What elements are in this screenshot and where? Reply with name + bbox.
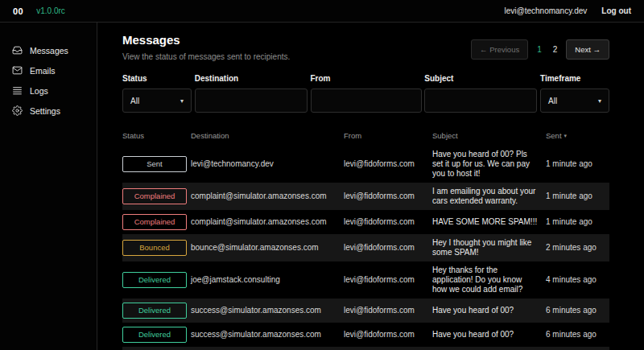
sent-cell: 1 minute ago: [546, 159, 609, 169]
destination-filter-label: Destination: [195, 74, 308, 83]
column-header-subject: Subject: [432, 131, 546, 140]
subject-cell: Hey thanks for the application! Do you k…: [432, 266, 546, 294]
table-header: Status Destination From Subject Sent ▾: [122, 126, 609, 146]
status-badge: Complained: [122, 214, 187, 230]
sidebar-item-emails[interactable]: Emails: [0, 60, 97, 80]
subject-cell: I am emailing you about your cars extend…: [432, 187, 546, 206]
previous-button[interactable]: ← Previous: [471, 39, 528, 60]
timeframe-filter-value: All: [548, 97, 557, 105]
from-cell: levi@fidoforms.com: [344, 306, 432, 315]
from-cell: levi@fidoforms.com: [344, 191, 432, 201]
status-filter-value: All: [130, 97, 139, 105]
page-number-2[interactable]: 2: [551, 45, 560, 54]
sidebar: Messages Emails Logs Settings: [0, 23, 97, 350]
user-email: levi@technomancy.dev: [505, 6, 588, 15]
topbar-right: levi@technomancy.dev Log out: [505, 6, 631, 15]
messages-table: Status Destination From Subject Sent ▾ S…: [122, 126, 609, 350]
topbar: 00 v1.0.0rc levi@technomancy.dev Log out: [0, 0, 644, 23]
subject-cell: Have you heard of 00?: [432, 330, 546, 340]
sidebar-item-settings[interactable]: Settings: [0, 101, 97, 121]
status-badge: Bounced: [122, 240, 187, 256]
table-row[interactable]: Delivered joe@jamstack.consulting levi@f…: [122, 261, 609, 299]
destination-cell: bounce@simulator.amazonses.com: [191, 243, 344, 253]
subject-cell: Have you heard of 00?: [432, 306, 546, 315]
from-cell: levi@fidoforms.com: [344, 330, 432, 340]
subject-filter-input[interactable]: [424, 89, 537, 113]
main-content: Messages View the status of messages sen…: [97, 23, 644, 350]
logout-link[interactable]: Log out: [601, 6, 631, 15]
status-badge: Sent: [122, 156, 187, 172]
destination-cell: success@simulator.amazonses.com: [191, 330, 344, 340]
destination-cell: complaint@simulator.amazonses.com: [191, 191, 344, 201]
sort-down-icon: ▾: [564, 133, 568, 139]
sidebar-item-label: Logs: [30, 86, 48, 96]
inbox-icon: [12, 45, 23, 56]
sent-cell: 1 minute ago: [546, 191, 609, 201]
table-row[interactable]: Delivered success@simulator.amazonses.co…: [122, 299, 609, 323]
page-title: Messages: [122, 33, 290, 47]
table-row[interactable]: Sent levi@technomancy.dev levi@fidoforms…: [122, 146, 609, 183]
table-row[interactable]: Delivered success@simulator.amazonses.co…: [122, 347, 609, 350]
destination-filter-input[interactable]: [195, 89, 308, 113]
chevron-down-icon: ▾: [598, 97, 601, 105]
page-subtitle: View the status of messages sent to reci…: [122, 52, 290, 61]
status-badge: Delivered: [122, 327, 187, 343]
next-button[interactable]: Next →: [566, 39, 609, 60]
pagination: ← Previous 1 2 Next →: [471, 39, 609, 60]
from-cell: levi@fidoforms.com: [344, 159, 432, 169]
subject-cell: HAVE SOME MORE SPAM!!!: [432, 217, 546, 227]
page-number-1[interactable]: 1: [535, 45, 544, 54]
destination-cell: levi@technomancy.dev: [191, 159, 344, 169]
table-row[interactable]: Complained complaint@simulator.amazonses…: [122, 183, 609, 210]
envelope-icon: [12, 65, 23, 76]
table-body: Sent levi@technomancy.dev levi@fidoforms…: [122, 146, 609, 350]
chevron-down-icon: ▾: [180, 97, 184, 105]
column-header-status: Status: [122, 131, 191, 140]
sent-cell: 6 minutes ago: [546, 330, 609, 340]
from-cell: levi@fidoforms.com: [344, 275, 432, 285]
filters-bar: Status All ▾ Destination From Subject: [122, 74, 609, 113]
sidebar-item-label: Settings: [30, 106, 60, 116]
column-header-destination: Destination: [191, 131, 344, 140]
sidebar-item-label: Messages: [30, 46, 68, 56]
sent-cell: 2 minutes ago: [546, 243, 609, 253]
status-badge: Complained: [122, 188, 187, 204]
status-badge: Delivered: [122, 272, 187, 288]
app-logo[interactable]: 00: [13, 6, 23, 16]
sent-cell: 1 minute ago: [546, 217, 609, 227]
sent-header-label: Sent: [546, 131, 562, 140]
sent-cell: 4 minutes ago: [546, 275, 609, 285]
timeframe-filter-select[interactable]: All ▾: [540, 89, 609, 113]
status-filter-select[interactable]: All ▾: [122, 89, 192, 113]
from-filter-input[interactable]: [311, 89, 422, 113]
sidebar-item-label: Emails: [30, 66, 56, 76]
sidebar-item-logs[interactable]: Logs: [0, 80, 97, 101]
destination-cell: success@simulator.amazonses.com: [191, 306, 344, 315]
subject-cell: Have you heard of 00? Pls set it up for …: [432, 150, 546, 179]
app-window: 00 v1.0.0rc levi@technomancy.dev Log out…: [0, 0, 644, 350]
column-header-from: From: [344, 131, 432, 140]
from-cell: levi@fidoforms.com: [344, 217, 432, 227]
destination-cell: joe@jamstack.consulting: [191, 275, 344, 285]
table-row[interactable]: Bounced bounce@simulator.amazonses.com l…: [122, 234, 609, 261]
from-cell: levi@fidoforms.com: [344, 243, 432, 253]
table-row[interactable]: Delivered success@simulator.amazonses.co…: [122, 323, 609, 347]
sent-cell: 6 minutes ago: [546, 306, 609, 315]
destination-cell: complaint@simulator.amazonses.com: [191, 217, 344, 227]
table-row[interactable]: Complained complaint@simulator.amazonses…: [122, 210, 609, 234]
timeframe-filter-label: Timeframe: [540, 74, 609, 83]
logs-icon: [12, 85, 23, 96]
status-badge: Delivered: [122, 303, 187, 319]
subject-cell: Hey I thought you might like some SPAM!: [432, 238, 546, 257]
gear-icon: [12, 105, 23, 116]
status-filter-label: Status: [122, 74, 192, 83]
sidebar-item-messages[interactable]: Messages: [0, 40, 97, 60]
subject-filter-label: Subject: [424, 74, 537, 83]
version-label: v1.0.0rc: [36, 6, 65, 15]
column-header-sent[interactable]: Sent ▾: [546, 131, 609, 140]
from-filter-label: From: [311, 74, 422, 83]
